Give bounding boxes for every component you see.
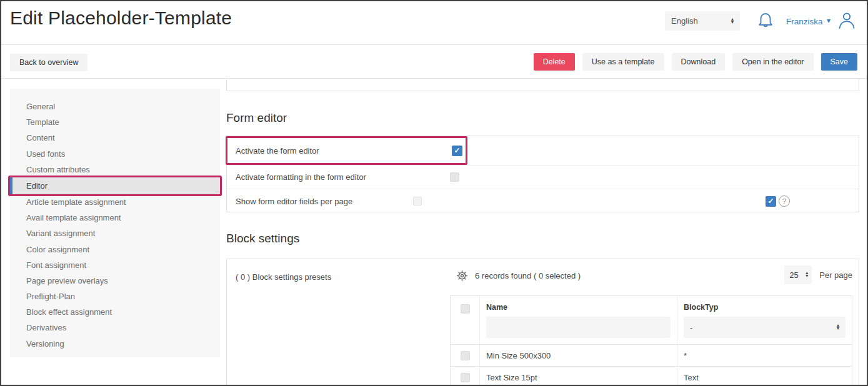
caret-down-icon[interactable]: ▾: [827, 16, 831, 25]
select-arrows-icon: ▴ ▾: [837, 324, 839, 330]
blocktyp-filter-value: -: [690, 323, 692, 332]
select-all-checkbox[interactable]: [461, 304, 470, 314]
block-settings-presets-label: ( 0 ) Block settings presets: [236, 272, 331, 282]
sidebar-item-color-assignment[interactable]: Color assignment: [10, 242, 220, 257]
records-summary: 6 records found ( 0 selected ): [475, 271, 581, 280]
row-right-controls: ✓ ?: [766, 189, 790, 213]
sidebar-item-editor[interactable]: Editor: [10, 177, 220, 194]
toolbar-divider: [1, 78, 867, 79]
per-page-select[interactable]: 25 ▴ ▾: [784, 265, 812, 284]
table-header: Name BlockTyp - ▴ ▾: [451, 296, 852, 345]
sidebar-item-variant-assignment[interactable]: Variant assignment: [10, 225, 220, 241]
language-select-value: English: [671, 16, 698, 26]
gear-icon[interactable]: [456, 270, 468, 282]
sidebar-item-avail-template-assignment[interactable]: Avail template assignment: [10, 210, 220, 225]
sidebar-item-font-assignment[interactable]: Font assignment: [10, 257, 220, 273]
language-select[interactable]: English ▴ ▾: [665, 11, 740, 31]
sidebar-item-article-template-assignment[interactable]: Article template assignment: [10, 194, 220, 210]
cell-name[interactable]: Text Size 15pt: [480, 367, 677, 386]
select-arrows-icon: ▴ ▾: [806, 272, 808, 278]
sidebar-item-general[interactable]: General: [10, 99, 220, 114]
arrow-down-icon: ▾: [837, 327, 839, 330]
settings-sidebar: General Template Content Used fonts Cust…: [10, 89, 220, 357]
header-divider: [1, 44, 867, 45]
sidebar-item-template[interactable]: Template: [10, 114, 220, 130]
user-avatar-icon[interactable]: [837, 10, 857, 32]
form-row-label: Show form editor fields per page: [236, 197, 352, 206]
table-row: Min Size 500x300 *: [451, 345, 852, 367]
form-editor-panel: Activate the form editor ✓ Activate form…: [226, 136, 859, 212]
column-header-name: Name: [486, 303, 671, 312]
header-blocktyp-cell: BlockTyp - ▴ ▾: [677, 296, 852, 344]
block-settings-panel: ( 0 ) Block settings presets 6 records f…: [226, 259, 859, 386]
form-row-label: Activate the form editor: [236, 146, 319, 156]
table-row: Text Size 15pt Text: [451, 367, 852, 386]
save-button[interactable]: Save: [821, 53, 858, 71]
use-as-template-button[interactable]: Use as a template: [582, 53, 664, 71]
download-button[interactable]: Download: [672, 53, 726, 71]
records-summary-wrap: 6 records found ( 0 selected ): [456, 270, 581, 282]
cell-blocktyp: *: [677, 345, 852, 366]
previous-section-stub: [226, 79, 859, 91]
delete-button[interactable]: Delete: [534, 53, 575, 71]
show-fields-per-page-checkbox[interactable]: [413, 197, 422, 205]
row-checkbox[interactable]: [461, 351, 470, 360]
per-page-right-checkbox[interactable]: ✓: [766, 196, 776, 207]
sidebar-item-used-fonts[interactable]: Used fonts: [10, 146, 220, 162]
sidebar-item-derivatives[interactable]: Derivatives: [10, 320, 220, 335]
form-row-activate-formatting: Activate formatting in the form editor: [227, 166, 859, 189]
sidebar-item-block-effect-assignment[interactable]: Block effect assignment: [10, 304, 220, 320]
sidebar-item-versioning[interactable]: Versioning: [10, 336, 220, 352]
row-checkbox[interactable]: [461, 373, 470, 382]
cell-blocktyp: Text: [677, 367, 852, 386]
arrow-down-icon: ▾: [806, 275, 808, 278]
form-row-label: Activate formatting in the form editor: [236, 172, 366, 182]
header-name-cell: Name: [480, 296, 677, 344]
per-page-label: Per page: [819, 270, 852, 280]
per-page-wrap: 25 ▴ ▾ Per page: [784, 265, 852, 284]
block-settings-table: Name BlockTyp - ▴ ▾: [450, 295, 852, 386]
activate-form-editor-checkbox[interactable]: ✓: [452, 146, 462, 156]
sidebar-item-page-preview-overlays[interactable]: Page preview overlays: [10, 273, 220, 289]
action-toolbar: Delete Use as a template Download Open i…: [534, 53, 857, 71]
blocktyp-filter-select[interactable]: - ▴ ▾: [684, 317, 846, 338]
user-name[interactable]: Franziska: [786, 17, 823, 26]
open-in-editor-button[interactable]: Open in the editor: [732, 53, 813, 71]
arrow-down-icon: ▾: [731, 21, 734, 24]
notifications-bell-icon[interactable]: [757, 12, 774, 32]
app-window: Edit Placeholder-Template English ▴ ▾ Fr…: [0, 0, 868, 386]
sidebar-item-content[interactable]: Content: [10, 130, 220, 146]
activate-formatting-checkbox[interactable]: [450, 172, 459, 182]
select-arrows-icon: ▴ ▾: [731, 18, 734, 24]
per-page-value: 25: [789, 270, 798, 280]
header-checkbox-cell: [451, 296, 480, 344]
column-header-blocktyp: BlockTyp: [684, 303, 846, 312]
page-title: Edit Placeholder-Template: [10, 7, 232, 29]
form-row-activate-form-editor: Activate the form editor ✓: [227, 136, 859, 166]
row-checkbox-cell: [451, 367, 480, 386]
back-to-overview-button[interactable]: Back to overview: [10, 54, 87, 71]
sidebar-item-custom-attributes[interactable]: Custom attributes: [10, 162, 220, 177]
form-row-show-fields-per-page: Show form editor fields per page ✓ ?: [227, 189, 859, 213]
row-checkbox-cell: [451, 345, 480, 366]
help-icon[interactable]: ?: [779, 195, 790, 207]
block-settings-heading: Block settings: [226, 232, 299, 245]
sidebar-item-preflight-plan[interactable]: Preflight-Plan: [10, 289, 220, 304]
cell-name[interactable]: Min Size 500x300: [480, 345, 677, 366]
form-editor-heading: Form editor: [226, 111, 287, 125]
name-filter-input[interactable]: [486, 317, 671, 338]
